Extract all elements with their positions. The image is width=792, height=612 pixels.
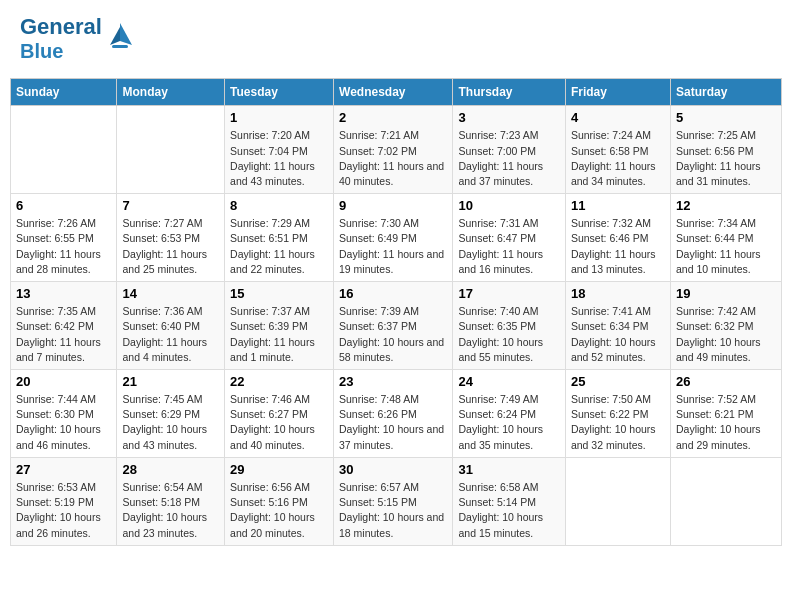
day-cell: 17Sunrise: 7:40 AMSunset: 6:35 PMDayligh… (453, 282, 565, 370)
day-cell: 12Sunrise: 7:34 AMSunset: 6:44 PMDayligh… (670, 194, 781, 282)
day-info: Sunrise: 6:58 AMSunset: 5:14 PMDaylight:… (458, 480, 559, 541)
day-info: Sunrise: 7:40 AMSunset: 6:35 PMDaylight:… (458, 304, 559, 365)
day-info: Sunrise: 6:54 AMSunset: 5:18 PMDaylight:… (122, 480, 219, 541)
day-number: 30 (339, 462, 447, 477)
day-cell: 22Sunrise: 7:46 AMSunset: 6:27 PMDayligh… (225, 370, 334, 458)
day-info: Sunrise: 7:34 AMSunset: 6:44 PMDaylight:… (676, 216, 776, 277)
day-cell: 9Sunrise: 7:30 AMSunset: 6:49 PMDaylight… (334, 194, 453, 282)
svg-rect-2 (112, 45, 128, 48)
day-info: Sunrise: 7:44 AMSunset: 6:30 PMDaylight:… (16, 392, 111, 453)
day-cell: 24Sunrise: 7:49 AMSunset: 6:24 PMDayligh… (453, 370, 565, 458)
day-cell: 18Sunrise: 7:41 AMSunset: 6:34 PMDayligh… (565, 282, 670, 370)
header-cell-thursday: Thursday (453, 79, 565, 106)
day-number: 29 (230, 462, 328, 477)
calendar-table: SundayMondayTuesdayWednesdayThursdayFrid… (10, 78, 782, 545)
day-number: 22 (230, 374, 328, 389)
day-number: 6 (16, 198, 111, 213)
day-number: 18 (571, 286, 665, 301)
day-number: 10 (458, 198, 559, 213)
day-number: 19 (676, 286, 776, 301)
header-cell-tuesday: Tuesday (225, 79, 334, 106)
day-number: 12 (676, 198, 776, 213)
day-info: Sunrise: 7:39 AMSunset: 6:37 PMDaylight:… (339, 304, 447, 365)
day-info: Sunrise: 7:50 AMSunset: 6:22 PMDaylight:… (571, 392, 665, 453)
day-number: 31 (458, 462, 559, 477)
day-cell (117, 106, 225, 194)
page-header: General Blue (10, 10, 782, 68)
day-info: Sunrise: 7:41 AMSunset: 6:34 PMDaylight:… (571, 304, 665, 365)
day-cell: 31Sunrise: 6:58 AMSunset: 5:14 PMDayligh… (453, 457, 565, 545)
day-number: 5 (676, 110, 776, 125)
day-cell: 11Sunrise: 7:32 AMSunset: 6:46 PMDayligh… (565, 194, 670, 282)
day-info: Sunrise: 7:23 AMSunset: 7:00 PMDaylight:… (458, 128, 559, 189)
day-info: Sunrise: 7:29 AMSunset: 6:51 PMDaylight:… (230, 216, 328, 277)
svg-marker-1 (110, 27, 120, 45)
day-number: 8 (230, 198, 328, 213)
day-number: 25 (571, 374, 665, 389)
day-number: 13 (16, 286, 111, 301)
week-row-2: 6Sunrise: 7:26 AMSunset: 6:55 PMDaylight… (11, 194, 782, 282)
day-info: Sunrise: 7:20 AMSunset: 7:04 PMDaylight:… (230, 128, 328, 189)
day-cell: 15Sunrise: 7:37 AMSunset: 6:39 PMDayligh… (225, 282, 334, 370)
day-cell: 5Sunrise: 7:25 AMSunset: 6:56 PMDaylight… (670, 106, 781, 194)
day-cell: 4Sunrise: 7:24 AMSunset: 6:58 PMDaylight… (565, 106, 670, 194)
day-number: 3 (458, 110, 559, 125)
day-cell: 26Sunrise: 7:52 AMSunset: 6:21 PMDayligh… (670, 370, 781, 458)
day-number: 28 (122, 462, 219, 477)
svg-marker-0 (120, 23, 132, 45)
day-number: 11 (571, 198, 665, 213)
day-cell: 6Sunrise: 7:26 AMSunset: 6:55 PMDaylight… (11, 194, 117, 282)
week-row-1: 1Sunrise: 7:20 AMSunset: 7:04 PMDaylight… (11, 106, 782, 194)
day-number: 2 (339, 110, 447, 125)
day-info: Sunrise: 7:35 AMSunset: 6:42 PMDaylight:… (16, 304, 111, 365)
logo-text: General Blue (20, 15, 102, 63)
day-info: Sunrise: 7:48 AMSunset: 6:26 PMDaylight:… (339, 392, 447, 453)
day-info: Sunrise: 7:37 AMSunset: 6:39 PMDaylight:… (230, 304, 328, 365)
week-row-3: 13Sunrise: 7:35 AMSunset: 6:42 PMDayligh… (11, 282, 782, 370)
day-number: 17 (458, 286, 559, 301)
day-number: 16 (339, 286, 447, 301)
day-cell: 8Sunrise: 7:29 AMSunset: 6:51 PMDaylight… (225, 194, 334, 282)
header-cell-friday: Friday (565, 79, 670, 106)
day-cell: 7Sunrise: 7:27 AMSunset: 6:53 PMDaylight… (117, 194, 225, 282)
day-info: Sunrise: 7:27 AMSunset: 6:53 PMDaylight:… (122, 216, 219, 277)
day-info: Sunrise: 7:31 AMSunset: 6:47 PMDaylight:… (458, 216, 559, 277)
logo-sailboat-icon (104, 19, 136, 51)
day-info: Sunrise: 7:21 AMSunset: 7:02 PMDaylight:… (339, 128, 447, 189)
day-number: 20 (16, 374, 111, 389)
day-number: 27 (16, 462, 111, 477)
day-number: 15 (230, 286, 328, 301)
day-info: Sunrise: 6:56 AMSunset: 5:16 PMDaylight:… (230, 480, 328, 541)
day-info: Sunrise: 7:32 AMSunset: 6:46 PMDaylight:… (571, 216, 665, 277)
day-cell (11, 106, 117, 194)
header-cell-monday: Monday (117, 79, 225, 106)
day-info: Sunrise: 7:49 AMSunset: 6:24 PMDaylight:… (458, 392, 559, 453)
day-cell: 2Sunrise: 7:21 AMSunset: 7:02 PMDaylight… (334, 106, 453, 194)
day-info: Sunrise: 7:52 AMSunset: 6:21 PMDaylight:… (676, 392, 776, 453)
header-cell-saturday: Saturday (670, 79, 781, 106)
day-info: Sunrise: 7:26 AMSunset: 6:55 PMDaylight:… (16, 216, 111, 277)
day-cell: 21Sunrise: 7:45 AMSunset: 6:29 PMDayligh… (117, 370, 225, 458)
day-cell: 10Sunrise: 7:31 AMSunset: 6:47 PMDayligh… (453, 194, 565, 282)
day-cell: 1Sunrise: 7:20 AMSunset: 7:04 PMDaylight… (225, 106, 334, 194)
day-cell: 23Sunrise: 7:48 AMSunset: 6:26 PMDayligh… (334, 370, 453, 458)
day-cell: 20Sunrise: 7:44 AMSunset: 6:30 PMDayligh… (11, 370, 117, 458)
day-cell: 27Sunrise: 6:53 AMSunset: 5:19 PMDayligh… (11, 457, 117, 545)
day-cell: 28Sunrise: 6:54 AMSunset: 5:18 PMDayligh… (117, 457, 225, 545)
day-info: Sunrise: 6:57 AMSunset: 5:15 PMDaylight:… (339, 480, 447, 541)
day-info: Sunrise: 7:36 AMSunset: 6:40 PMDaylight:… (122, 304, 219, 365)
day-info: Sunrise: 7:46 AMSunset: 6:27 PMDaylight:… (230, 392, 328, 453)
day-info: Sunrise: 7:30 AMSunset: 6:49 PMDaylight:… (339, 216, 447, 277)
day-cell: 25Sunrise: 7:50 AMSunset: 6:22 PMDayligh… (565, 370, 670, 458)
day-cell: 30Sunrise: 6:57 AMSunset: 5:15 PMDayligh… (334, 457, 453, 545)
week-row-5: 27Sunrise: 6:53 AMSunset: 5:19 PMDayligh… (11, 457, 782, 545)
day-info: Sunrise: 7:24 AMSunset: 6:58 PMDaylight:… (571, 128, 665, 189)
header-cell-wednesday: Wednesday (334, 79, 453, 106)
day-cell: 14Sunrise: 7:36 AMSunset: 6:40 PMDayligh… (117, 282, 225, 370)
day-cell: 29Sunrise: 6:56 AMSunset: 5:16 PMDayligh… (225, 457, 334, 545)
logo: General Blue (20, 15, 136, 63)
day-cell (670, 457, 781, 545)
day-cell: 19Sunrise: 7:42 AMSunset: 6:32 PMDayligh… (670, 282, 781, 370)
day-number: 1 (230, 110, 328, 125)
header-row: SundayMondayTuesdayWednesdayThursdayFrid… (11, 79, 782, 106)
